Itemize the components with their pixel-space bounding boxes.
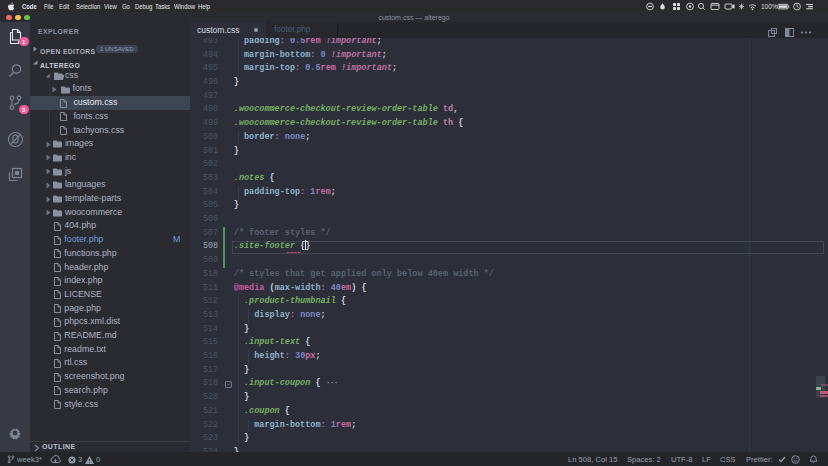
svg-text:100%: 100% [761,3,778,10]
